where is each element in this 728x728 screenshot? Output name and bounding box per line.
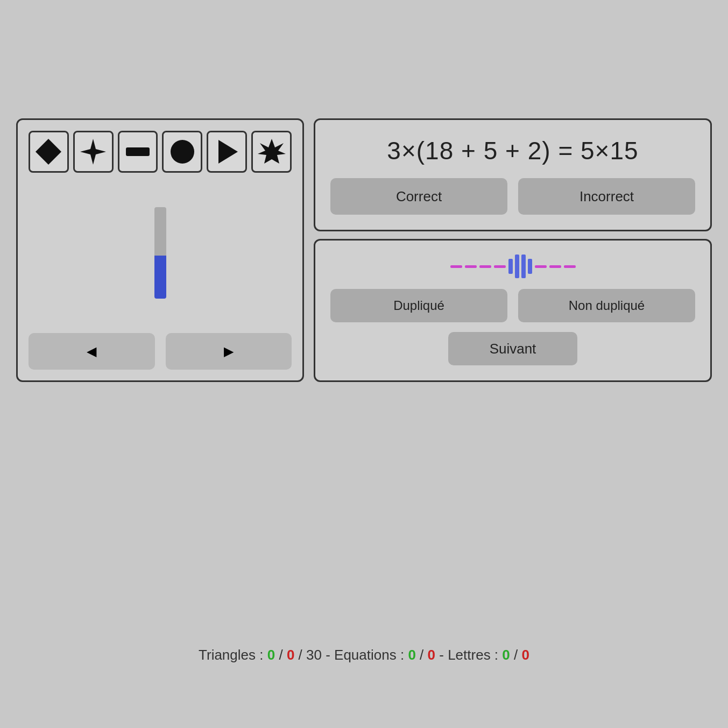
svg-marker-4 bbox=[218, 140, 238, 164]
vertical-bar bbox=[154, 207, 166, 299]
dash6 bbox=[549, 265, 561, 268]
equations-label: Equations : bbox=[334, 647, 404, 663]
equations-score1: 0 bbox=[408, 647, 415, 663]
triangles-sep1: / bbox=[279, 647, 286, 663]
rectangle-shape-box[interactable] bbox=[118, 131, 158, 173]
star4-icon bbox=[79, 138, 107, 166]
prev-icon: ◀ bbox=[87, 344, 96, 359]
svg-marker-1 bbox=[80, 139, 106, 165]
nav-buttons: ◀ ▶ bbox=[29, 333, 292, 370]
dash7 bbox=[564, 265, 576, 268]
equations-score2: 0 bbox=[428, 647, 435, 663]
dash3 bbox=[479, 265, 491, 268]
circle-icon bbox=[168, 138, 196, 166]
star6-icon bbox=[258, 138, 286, 166]
equation-text: 3×(18 + 5 + 2) = 5×15 bbox=[330, 136, 695, 165]
next-button[interactable]: ▶ bbox=[166, 333, 292, 370]
svg-rect-2 bbox=[126, 147, 150, 156]
equations-sep2: - bbox=[439, 647, 448, 663]
left-panel: ◀ ▶ bbox=[16, 118, 304, 382]
star4-shape-box[interactable] bbox=[73, 131, 114, 173]
star6-shape-box[interactable] bbox=[251, 131, 292, 173]
svg-marker-5 bbox=[258, 139, 286, 164]
non-duplique-button[interactable]: Non dupliqué bbox=[518, 289, 695, 322]
dash1 bbox=[450, 265, 462, 268]
bar2 bbox=[515, 255, 519, 278]
next-icon: ▶ bbox=[224, 344, 234, 359]
svg-point-3 bbox=[171, 140, 194, 164]
incorrect-button[interactable]: Incorrect bbox=[518, 178, 695, 215]
dup-buttons: Dupliqué Non dupliqué bbox=[330, 289, 695, 322]
bar1 bbox=[508, 259, 513, 274]
svg-marker-0 bbox=[36, 139, 61, 165]
lettres-score1: 0 bbox=[502, 647, 510, 663]
dash5 bbox=[535, 265, 547, 268]
dash2 bbox=[465, 265, 477, 268]
triangles-sep2: / 30 - bbox=[299, 647, 334, 663]
footer: Triangles : 0 / 0 / 30 - Equations : 0 /… bbox=[0, 647, 728, 663]
lettres-sep: / bbox=[514, 647, 521, 663]
bar3 bbox=[521, 255, 526, 278]
answer-buttons: Correct Incorrect bbox=[330, 178, 695, 215]
duplique-button[interactable]: Dupliqué bbox=[330, 289, 507, 322]
diamond-shape-box[interactable] bbox=[29, 131, 69, 173]
right-panel: 3×(18 + 5 + 2) = 5×15 Correct Incorrect bbox=[314, 118, 712, 382]
prev-button[interactable]: ◀ bbox=[29, 333, 155, 370]
play-icon bbox=[213, 138, 241, 166]
rectangle-icon bbox=[124, 138, 152, 166]
left-dashes bbox=[450, 265, 506, 268]
equation-panel: 3×(18 + 5 + 2) = 5×15 Correct Incorrect bbox=[314, 118, 712, 231]
suivant-button[interactable]: Suivant bbox=[448, 332, 577, 365]
bar4 bbox=[528, 259, 532, 274]
diamond-icon bbox=[34, 138, 62, 166]
lettres-score2: 0 bbox=[521, 647, 529, 663]
shapes-row bbox=[29, 131, 292, 173]
lettres-label: Lettres : bbox=[448, 647, 498, 663]
triangles-label: Triangles : bbox=[199, 647, 263, 663]
animation-area bbox=[29, 181, 292, 324]
center-bars bbox=[508, 255, 532, 278]
triangles-score1: 0 bbox=[267, 647, 275, 663]
right-dashes bbox=[535, 265, 576, 268]
duplicate-panel: Dupliqué Non dupliqué Suivant bbox=[314, 239, 712, 382]
bar-gray bbox=[154, 207, 166, 256]
suivant-row: Suivant bbox=[330, 332, 695, 365]
equations-sep1: / bbox=[420, 647, 427, 663]
bar-blue bbox=[154, 256, 166, 299]
circle-shape-box[interactable] bbox=[162, 131, 202, 173]
wave-visual bbox=[330, 253, 695, 279]
triangles-score2: 0 bbox=[287, 647, 294, 663]
correct-button[interactable]: Correct bbox=[330, 178, 507, 215]
dash4 bbox=[494, 265, 506, 268]
play-shape-box[interactable] bbox=[207, 131, 247, 173]
